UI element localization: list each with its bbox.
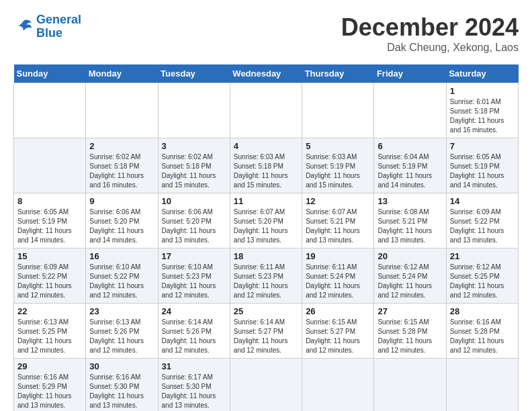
day-cell: 27Sunrise: 6:15 AMSunset: 5:28 PMDayligh… bbox=[374, 304, 446, 359]
day-cell: 11Sunrise: 6:07 AMSunset: 5:20 PMDayligh… bbox=[230, 193, 302, 248]
empty-cell bbox=[374, 83, 446, 138]
day-cell: 20Sunrise: 6:12 AMSunset: 5:24 PMDayligh… bbox=[374, 248, 446, 304]
day-cell: 26Sunrise: 6:15 AMSunset: 5:27 PMDayligh… bbox=[302, 304, 374, 359]
day-cell: 7Sunrise: 6:05 AMSunset: 5:19 PMDaylight… bbox=[446, 138, 518, 193]
logo-icon bbox=[13, 17, 34, 37]
page-header: General Blue December 2024 Dak Cheung, X… bbox=[13, 13, 519, 54]
month-title: December 2024 bbox=[341, 13, 519, 42]
empty-cell bbox=[14, 138, 86, 193]
day-cell: 12Sunrise: 6:07 AMSunset: 5:21 PMDayligh… bbox=[302, 193, 374, 248]
day-cell: 29Sunrise: 6:16 AMSunset: 5:29 PMDayligh… bbox=[14, 359, 86, 412]
day-cell: 30Sunrise: 6:16 AMSunset: 5:30 PMDayligh… bbox=[86, 359, 158, 412]
empty-cell bbox=[14, 83, 86, 138]
calendar-row: 29Sunrise: 6:16 AMSunset: 5:29 PMDayligh… bbox=[14, 359, 519, 412]
column-header-friday: Friday bbox=[374, 64, 446, 83]
column-header-thursday: Thursday bbox=[302, 64, 374, 83]
day-cell: 18Sunrise: 6:11 AMSunset: 5:23 PMDayligh… bbox=[230, 248, 302, 304]
calendar-header-row: SundayMondayTuesdayWednesdayThursdayFrid… bbox=[14, 64, 519, 83]
day-cell: 1Sunrise: 6:01 AMSunset: 5:18 PMDaylight… bbox=[446, 83, 518, 138]
calendar-table: SundayMondayTuesdayWednesdayThursdayFrid… bbox=[13, 64, 519, 411]
day-cell: 8Sunrise: 6:05 AMSunset: 5:19 PMDaylight… bbox=[14, 193, 86, 248]
empty-cell bbox=[374, 359, 446, 412]
calendar-row: 1Sunrise: 6:01 AMSunset: 5:18 PMDaylight… bbox=[14, 83, 519, 138]
column-header-saturday: Saturday bbox=[446, 64, 518, 83]
day-cell: 24Sunrise: 6:14 AMSunset: 5:26 PMDayligh… bbox=[158, 304, 230, 359]
empty-cell bbox=[302, 83, 374, 138]
day-cell: 15Sunrise: 6:09 AMSunset: 5:22 PMDayligh… bbox=[14, 248, 86, 304]
empty-cell bbox=[158, 83, 230, 138]
column-header-monday: Monday bbox=[86, 64, 158, 83]
calendar-row: 15Sunrise: 6:09 AMSunset: 5:22 PMDayligh… bbox=[14, 248, 519, 304]
day-cell: 25Sunrise: 6:14 AMSunset: 5:27 PMDayligh… bbox=[230, 304, 302, 359]
calendar-row: 8Sunrise: 6:05 AMSunset: 5:19 PMDaylight… bbox=[14, 193, 519, 248]
column-header-wednesday: Wednesday bbox=[230, 64, 302, 83]
day-cell: 4Sunrise: 6:03 AMSunset: 5:18 PMDaylight… bbox=[230, 138, 302, 193]
day-cell: 28Sunrise: 6:16 AMSunset: 5:28 PMDayligh… bbox=[446, 304, 518, 359]
day-cell: 22Sunrise: 6:13 AMSunset: 5:25 PMDayligh… bbox=[14, 304, 86, 359]
day-cell: 16Sunrise: 6:10 AMSunset: 5:22 PMDayligh… bbox=[86, 248, 158, 304]
day-cell: 6Sunrise: 6:04 AMSunset: 5:19 PMDaylight… bbox=[374, 138, 446, 193]
day-cell: 17Sunrise: 6:10 AMSunset: 5:23 PMDayligh… bbox=[158, 248, 230, 304]
day-cell: 23Sunrise: 6:13 AMSunset: 5:26 PMDayligh… bbox=[86, 304, 158, 359]
title-area: December 2024 Dak Cheung, Xekong, Laos bbox=[341, 13, 519, 54]
day-cell: 13Sunrise: 6:08 AMSunset: 5:21 PMDayligh… bbox=[374, 193, 446, 248]
logo-text: General Blue bbox=[36, 13, 81, 40]
day-cell: 19Sunrise: 6:11 AMSunset: 5:24 PMDayligh… bbox=[302, 248, 374, 304]
day-cell: 2Sunrise: 6:02 AMSunset: 5:18 PMDaylight… bbox=[86, 138, 158, 193]
day-cell: 9Sunrise: 6:06 AMSunset: 5:20 PMDaylight… bbox=[86, 193, 158, 248]
day-cell: 31Sunrise: 6:17 AMSunset: 5:30 PMDayligh… bbox=[158, 359, 230, 412]
empty-cell bbox=[230, 359, 302, 412]
empty-cell bbox=[86, 83, 158, 138]
empty-cell bbox=[230, 83, 302, 138]
column-header-sunday: Sunday bbox=[14, 64, 86, 83]
day-cell: 3Sunrise: 6:02 AMSunset: 5:18 PMDaylight… bbox=[158, 138, 230, 193]
calendar-row: 2Sunrise: 6:02 AMSunset: 5:18 PMDaylight… bbox=[14, 138, 519, 193]
empty-cell bbox=[302, 359, 374, 412]
day-cell: 10Sunrise: 6:06 AMSunset: 5:20 PMDayligh… bbox=[158, 193, 230, 248]
empty-cell bbox=[446, 359, 518, 412]
location-subtitle: Dak Cheung, Xekong, Laos bbox=[341, 42, 519, 54]
calendar-row: 22Sunrise: 6:13 AMSunset: 5:25 PMDayligh… bbox=[14, 304, 519, 359]
day-cell: 5Sunrise: 6:03 AMSunset: 5:19 PMDaylight… bbox=[302, 138, 374, 193]
day-cell: 21Sunrise: 6:12 AMSunset: 5:25 PMDayligh… bbox=[446, 248, 518, 304]
day-cell: 14Sunrise: 6:09 AMSunset: 5:22 PMDayligh… bbox=[446, 193, 518, 248]
logo: General Blue bbox=[13, 13, 81, 40]
column-header-tuesday: Tuesday bbox=[158, 64, 230, 83]
